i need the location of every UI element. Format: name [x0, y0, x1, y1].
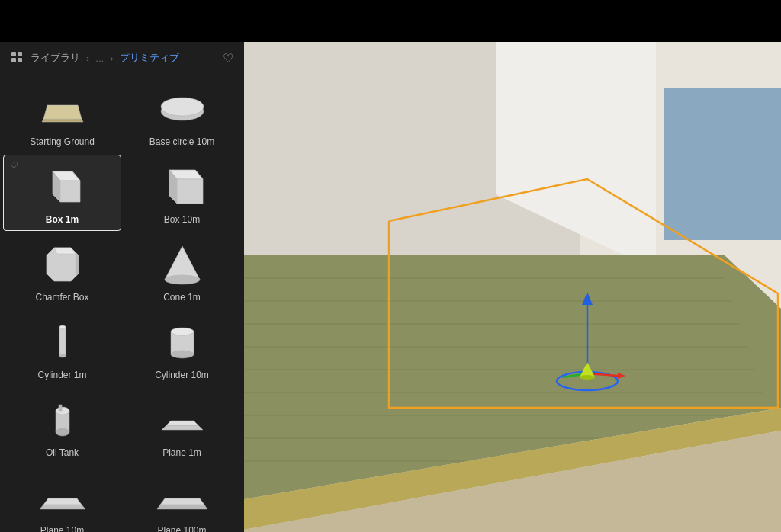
list-item[interactable]: Oil Tank	[3, 388, 121, 464]
svg-marker-5	[42, 119, 83, 122]
svg-point-59	[580, 375, 595, 380]
svg-marker-31	[40, 505, 85, 509]
list-item[interactable]: Plane 100m	[123, 466, 241, 532]
sidebar-header: ライブラリ › ... › プリミティブ ♡	[0, 42, 244, 74]
plane-10m-icon	[36, 475, 89, 521]
box-10m-icon	[156, 164, 209, 210]
svg-marker-34	[160, 498, 204, 505]
library-icon	[11, 51, 24, 65]
oil-tank-label: Oil Tank	[46, 447, 79, 458]
svg-marker-16	[76, 254, 79, 275]
library-grid: Starting Ground Base circle 10m ♡	[0, 74, 244, 532]
breadcrumb-sep2: ›	[110, 53, 113, 64]
list-item[interactable]: Cylinder 1m	[3, 310, 121, 386]
plane-10m-label: Plane 10m	[40, 525, 84, 532]
svg-rect-1	[18, 52, 22, 56]
svg-rect-37	[664, 88, 781, 240]
starting-ground-icon	[36, 86, 89, 132]
item-heart-icon: ♡	[10, 160, 18, 171]
top-bar	[0, 0, 781, 42]
chamfer-box-icon	[36, 242, 89, 287]
box-10m-label: Box 10m	[164, 214, 200, 225]
svg-marker-29	[162, 425, 203, 430]
svg-point-26	[56, 407, 69, 415]
svg-marker-32	[43, 498, 82, 505]
list-item[interactable]: Cylinder 10m	[123, 310, 241, 386]
plane-1m-icon	[156, 397, 209, 443]
svg-marker-33	[157, 505, 207, 509]
base-circle-icon	[156, 86, 209, 132]
plane-100m-label: Plane 100m	[157, 525, 206, 532]
viewport[interactable]	[244, 42, 781, 532]
sidebar: ライブラリ › ... › プリミティブ ♡ Starting Ground	[0, 42, 244, 532]
svg-rect-3	[18, 58, 22, 62]
main-area: ライブラリ › ... › プリミティブ ♡ Starting Ground	[0, 42, 781, 532]
breadcrumb: ライブラリ › ... › プリミティブ	[11, 51, 179, 65]
list-item[interactable]: ♡ Box 1m	[3, 155, 121, 231]
svg-point-18	[165, 275, 200, 284]
cylinder-1m-label: Cylinder 1m	[37, 370, 86, 380]
svg-point-23	[171, 328, 194, 335]
box-1m-label: Box 1m	[46, 214, 79, 225]
cylinder-10m-label: Cylinder 10m	[155, 370, 209, 380]
cone-1m-label: Cone 1m	[163, 292, 201, 303]
viewport-scene	[244, 42, 781, 532]
list-item[interactable]: Plane 10m	[3, 466, 121, 532]
svg-rect-2	[11, 58, 16, 62]
svg-marker-4	[43, 105, 82, 119]
cone-1m-icon	[156, 242, 209, 287]
starting-ground-label: Starting Ground	[30, 136, 95, 147]
list-item[interactable]: Starting Ground	[3, 77, 121, 153]
breadcrumb-dots: ...	[95, 53, 104, 64]
plane-100m-icon	[156, 475, 209, 521]
cylinder-1m-icon	[36, 319, 89, 365]
oil-tank-icon	[36, 397, 89, 443]
svg-marker-15	[54, 248, 76, 254]
svg-point-7	[161, 98, 204, 116]
library-label: ライブラリ	[31, 51, 80, 65]
breadcrumb-primitive[interactable]: プリミティブ	[120, 51, 179, 65]
svg-point-24	[171, 351, 194, 358]
svg-point-20	[59, 325, 66, 328]
base-circle-label: Base circle 10m	[149, 136, 214, 147]
svg-marker-17	[165, 246, 200, 280]
list-item[interactable]: Cone 1m	[123, 232, 241, 309]
svg-rect-0	[11, 52, 16, 56]
list-item[interactable]: Plane 1m	[123, 388, 241, 464]
breadcrumb-sep1: ›	[86, 53, 89, 64]
svg-marker-30	[166, 421, 198, 425]
svg-rect-19	[59, 327, 66, 356]
svg-point-21	[59, 354, 66, 357]
list-item[interactable]: Box 10m	[123, 155, 241, 231]
favorite-icon[interactable]: ♡	[223, 51, 233, 66]
list-item[interactable]: Chamfer Box	[3, 232, 121, 309]
plane-1m-label: Plane 1m	[162, 447, 201, 458]
svg-point-27	[56, 428, 69, 436]
box-1m-icon	[36, 164, 89, 210]
list-item[interactable]: Base circle 10m	[123, 77, 241, 153]
svg-rect-28	[59, 405, 62, 411]
chamfer-box-label: Chamfer Box	[35, 292, 88, 303]
cylinder-10m-icon	[156, 319, 209, 365]
